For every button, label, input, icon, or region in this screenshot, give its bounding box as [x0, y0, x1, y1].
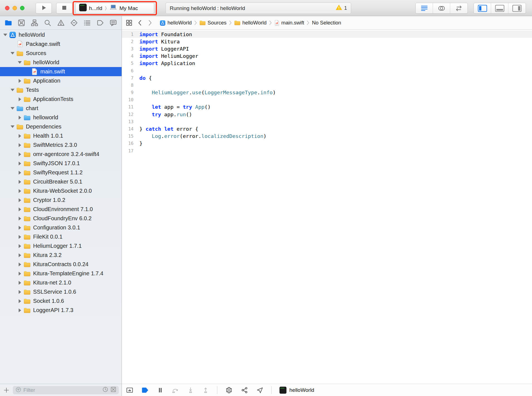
simulate-location-button[interactable]: [256, 387, 263, 394]
disclosure-triangle[interactable]: [17, 162, 23, 165]
run-button[interactable]: [36, 3, 52, 14]
disclosure-triangle[interactable]: [17, 235, 23, 239]
tree-row[interactable]: SwiftMetrics 2.3.0: [0, 140, 122, 150]
navigator-tab-breakpoint-navigator[interactable]: [95, 17, 106, 28]
disclosure-triangle[interactable]: [9, 107, 16, 110]
navigator-tab-issue-navigator[interactable]: [55, 17, 66, 28]
tree-row[interactable]: Tests: [0, 85, 122, 95]
disclosure-triangle[interactable]: [9, 89, 16, 91]
tree-row[interactable]: Dependencies: [0, 122, 122, 131]
disclosure-triangle[interactable]: [9, 125, 16, 128]
tree-row[interactable]: HeliumLogger 1.7.1: [0, 241, 122, 251]
tree-row[interactable]: SwiftyJSON 17.0.1: [0, 159, 122, 168]
tree-row[interactable]: SWIFTmain.swift: [0, 67, 122, 76]
disclosure-triangle[interactable]: [17, 180, 23, 184]
navigator-panel-toggle[interactable]: [474, 3, 491, 13]
navigator-tab-report-navigator[interactable]: [108, 17, 119, 28]
disclosure-triangle[interactable]: [2, 34, 8, 36]
tree-row[interactable]: helloWorld: [0, 30, 122, 39]
tree-row[interactable]: CloudEnvironment 7.1.0: [0, 205, 122, 214]
tree-row[interactable]: Sources: [0, 49, 122, 58]
disclosure-triangle[interactable]: [17, 79, 23, 83]
minimize-window-button[interactable]: [13, 6, 17, 10]
tree-row[interactable]: Socket 1.0.6: [0, 296, 122, 306]
warning-badge[interactable]: 1: [335, 4, 347, 12]
memory-graph-button[interactable]: [241, 387, 248, 394]
code-line[interactable]: 12 try app.run(): [122, 111, 532, 118]
disclosure-triangle[interactable]: [9, 52, 16, 55]
disclosure-triangle[interactable]: [17, 308, 23, 312]
debug-panel-toggle[interactable]: [491, 3, 508, 13]
tree-row[interactable]: ApplicationTests: [0, 95, 122, 104]
breadcrumb-item[interactable]: helloWorld: [234, 20, 267, 26]
tree-row[interactable]: Cryptor 1.0.2: [0, 195, 122, 205]
code-line[interactable]: 14} catch let error {: [122, 125, 532, 132]
code-line[interactable]: 6: [122, 67, 532, 74]
code-line[interactable]: 8: [122, 81, 532, 89]
scheme-target[interactable]: h...rld: [89, 5, 102, 11]
tree-row[interactable]: Health 1.0.1: [0, 131, 122, 140]
scheme-selector[interactable]: h...rld 〉 My Mac: [75, 3, 154, 14]
tree-row[interactable]: Kitura-WebSocket 2.0.0: [0, 186, 122, 195]
disclosure-triangle[interactable]: [17, 244, 23, 248]
disclosure-triangle[interactable]: [17, 253, 23, 257]
code-line[interactable]: 17: [122, 147, 532, 154]
debug-target[interactable]: helloWorld: [279, 387, 314, 394]
add-button[interactable]: [3, 387, 10, 393]
flatten-icon[interactable]: [110, 386, 117, 394]
code-line[interactable]: 3import LoggerAPI: [122, 45, 532, 52]
tree-row[interactable]: Configuration 3.0.1: [0, 223, 122, 232]
stop-button[interactable]: [56, 3, 72, 14]
code-line[interactable]: 15 Log.error(error.localizedDescription): [122, 133, 532, 140]
filter-input[interactable]: [23, 387, 100, 393]
disclosure-triangle[interactable]: [17, 217, 23, 221]
tree-row[interactable]: chart: [0, 104, 122, 113]
zoom-window-button[interactable]: [20, 6, 24, 10]
tree-row[interactable]: LoggerAPI 1.7.3: [0, 306, 122, 315]
disclosure-triangle[interactable]: [17, 152, 23, 156]
tree-row[interactable]: helloWorld: [0, 58, 122, 67]
tree-row[interactable]: FileKit 0.0.1: [0, 232, 122, 241]
navigator-tab-source-control-navigator[interactable]: [16, 17, 27, 28]
code-line[interactable]: 7do {: [122, 74, 532, 81]
code-line[interactable]: 9 HeliumLogger.use(LoggerMessageType.inf…: [122, 89, 532, 96]
code-line[interactable]: 2import Kitura: [122, 38, 532, 45]
disclosure-triangle[interactable]: [17, 116, 23, 120]
related-items-icon[interactable]: [125, 19, 133, 26]
recent-files-icon[interactable]: [102, 386, 109, 394]
disclosure-triangle[interactable]: [17, 263, 23, 266]
breadcrumb-item[interactable]: SWIFTmain.swift: [274, 20, 304, 26]
tree-row[interactable]: Kitura-net 2.1.0: [0, 278, 122, 287]
tree-row[interactable]: KituraContracts 0.0.24: [0, 260, 122, 269]
assistant-editor-button[interactable]: [433, 3, 450, 13]
version-editor-button[interactable]: [450, 3, 467, 13]
disclosure-triangle[interactable]: [17, 171, 23, 175]
breakpoints-toggle-button[interactable]: [141, 387, 149, 393]
tree-row[interactable]: Kitura-TemplateEngine 1.7.4: [0, 269, 122, 278]
code-line[interactable]: 16}: [122, 140, 532, 147]
disclosure-triangle[interactable]: [17, 272, 23, 276]
disclosure-triangle[interactable]: [17, 134, 23, 138]
disclosure-triangle[interactable]: [17, 281, 23, 285]
code-line[interactable]: 5import Application: [122, 60, 532, 67]
tree-row[interactable]: SwiftyRequest 1.1.2: [0, 168, 122, 177]
code-line[interactable]: 4import HeliumLogger: [122, 53, 532, 60]
view-hierarchy-button[interactable]: [225, 387, 233, 394]
standard-editor-button[interactable]: [416, 3, 433, 13]
code-line[interactable]: 10: [122, 96, 532, 103]
disclosure-triangle[interactable]: [17, 226, 23, 230]
breadcrumb-item[interactable]: helloWorld: [160, 20, 192, 26]
source-editor[interactable]: 1import Foundation2import Kitura3import …: [122, 30, 532, 384]
navigator-tab-find-navigator[interactable]: [42, 17, 53, 28]
tree-row[interactable]: SWIFTPackage.swift: [0, 39, 122, 49]
forward-button[interactable]: [146, 19, 154, 26]
disclosure-triangle[interactable]: [17, 299, 23, 303]
disclosure-triangle[interactable]: [17, 198, 23, 202]
breadcrumb-item[interactable]: No Selection: [312, 20, 341, 26]
tree-row[interactable]: omr-agentcore 3.2.4-swift4: [0, 150, 122, 159]
disclosure-triangle[interactable]: [17, 61, 23, 64]
scheme-destination[interactable]: My Mac: [119, 5, 138, 11]
navigator-tab-test-navigator[interactable]: [68, 17, 80, 28]
disclosure-triangle[interactable]: [17, 290, 23, 294]
close-window-button[interactable]: [5, 6, 9, 10]
